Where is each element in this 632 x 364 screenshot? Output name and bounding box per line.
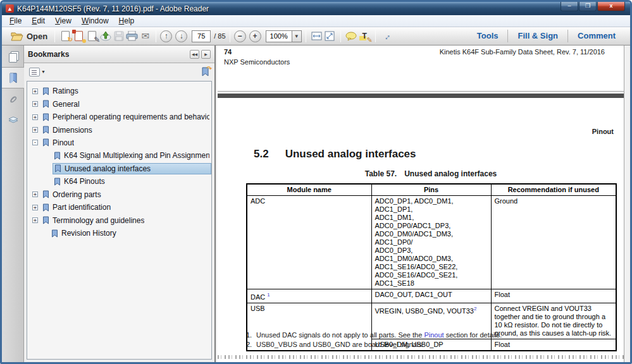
- expand-toggle-icon[interactable]: +: [32, 205, 38, 210]
- bookmark-item-pinout[interactable]: - Pinout: [27, 136, 211, 149]
- comment-tab[interactable]: Comment: [567, 30, 625, 42]
- chapter-label: Pinout: [592, 128, 614, 135]
- bookmark-arrow-icon: ↷: [207, 65, 212, 72]
- bookmark-icon: [42, 203, 49, 212]
- bookmark-item-dimensions[interactable]: + Dimensions: [27, 123, 211, 136]
- save-icon[interactable]: [112, 30, 125, 42]
- bookmarks-options-menu[interactable]: ▼: [29, 68, 46, 76]
- bookmark-item-peripheral[interactable]: + Peripheral operating requirements and …: [27, 111, 211, 123]
- menu-view[interactable]: View: [50, 15, 77, 27]
- layers-tab[interactable]: [2, 110, 24, 131]
- expand-toggle-icon[interactable]: +: [32, 127, 38, 133]
- bookmark-icon: [54, 164, 61, 173]
- column-header-pins: Pins: [371, 184, 491, 196]
- bookmark-icon: [42, 126, 49, 134]
- table-footnotes: 1. Unused DAC signals do not apply to al…: [246, 331, 615, 349]
- bookmarks-options-bar: ▼ ↷: [24, 63, 214, 80]
- bookmark-item-ratings[interactable]: + Ratings: [27, 85, 211, 97]
- comment-bubble-icon[interactable]: [345, 30, 358, 42]
- toolbar-right-tabs: Tools Fill & Sign Comment: [468, 27, 625, 45]
- expand-toggle-icon[interactable]: +: [32, 101, 38, 107]
- fill-sign-tab[interactable]: Fill & Sign: [507, 30, 567, 42]
- minimize-button[interactable]: –: [561, 2, 578, 11]
- print-icon[interactable]: [125, 30, 139, 42]
- expand-toggle-icon[interactable]: +: [32, 217, 38, 223]
- running-header: Kinetis K64F Sub-Family Data Sheet, Rev.…: [440, 48, 605, 56]
- close-button[interactable]: x: [597, 2, 625, 11]
- table-header-row: Module name Pins Recommendation if unuse…: [247, 184, 616, 196]
- collapse-panel-icon[interactable]: ◀◀: [190, 50, 199, 59]
- maximize-button[interactable]: ❒: [579, 2, 597, 11]
- pinout-section-link[interactable]: Pinout: [424, 331, 443, 339]
- expand-toggle-icon[interactable]: +: [32, 114, 38, 120]
- table-caption-label: Table 57.: [365, 169, 397, 178]
- zoom-out-button[interactable]: −: [234, 30, 246, 42]
- cell-adc-pins: ADC0_DP1, ADC0_DM1, ADC1_DP1, ADC1_DM1, …: [371, 196, 491, 289]
- unused-analog-interfaces-table: Module name Pins Recommendation if unuse…: [246, 183, 617, 351]
- zoom-dropdown-arrow-icon[interactable]: ▼: [292, 31, 301, 42]
- fit-width-icon[interactable]: [310, 30, 323, 42]
- fullscreen-icon[interactable]: ↔: [377, 27, 395, 46]
- adobe-reader-window: ▲ K64P144M120SF5 (Rev. 7, 11 2016).pdf -…: [0, 0, 632, 364]
- title-bar[interactable]: ▲ K64P144M120SF5 (Rev. 7, 11 2016).pdf -…: [2, 2, 630, 15]
- footnote-ref-1[interactable]: 1: [267, 292, 270, 298]
- bookmarks-tab[interactable]: [2, 67, 24, 88]
- zoom-level-control: 100% ▼: [266, 30, 302, 42]
- goto-current-bookmark-button[interactable]: ↷: [201, 67, 209, 76]
- menu-file[interactable]: File: [4, 15, 27, 27]
- table-row-dac: DAC 1 DAC0_OUT, DAC1_OUT Float: [247, 289, 616, 303]
- tools-tab[interactable]: Tools: [468, 30, 508, 42]
- menu-bar: File Edit View Window Help: [2, 15, 630, 27]
- toolbar-separator: [306, 30, 306, 42]
- page-number-input[interactable]: [192, 30, 211, 42]
- cell-dac-pins: DAC0_OUT, DAC1_OUT: [371, 289, 491, 303]
- open-folder-icon: [10, 30, 23, 42]
- expand-toggle-icon[interactable]: +: [32, 191, 38, 197]
- collapse-toggle-icon[interactable]: -: [32, 140, 38, 145]
- footnote-ref-2[interactable]: 2: [474, 306, 476, 312]
- toolbar-separator: [375, 30, 376, 42]
- open-button[interactable]: Open: [7, 28, 51, 44]
- document-right-margin: [624, 46, 630, 362]
- menu-edit[interactable]: Edit: [27, 15, 50, 27]
- fit-page-icon[interactable]: [323, 30, 337, 42]
- window-title: K64P144M120SF5 (Rev. 7, 11 2016).pdf - A…: [17, 4, 209, 13]
- bookmark-item-ordering-parts[interactable]: + Ordering parts: [27, 188, 211, 201]
- export-pdf-icon[interactable]: ↻: [59, 30, 72, 42]
- create-pdf-icon[interactable]: [72, 30, 85, 42]
- next-page-button[interactable]: ↓: [175, 30, 187, 42]
- bookmark-item-unused-analog-interfaces[interactable]: Unused analog interfaces: [27, 162, 211, 175]
- share-upload-icon[interactable]: [99, 30, 112, 42]
- toolbar-separator: [340, 30, 341, 42]
- page-separator-band: [218, 94, 624, 98]
- bookmark-icon: [42, 87, 49, 95]
- section-number: 5.2: [254, 148, 269, 160]
- page-thumbnails-tab[interactable]: [2, 46, 24, 67]
- previous-page-footer: 74 Kinetis K64F Sub-Family Data Sheet, R…: [224, 48, 605, 66]
- previous-page-button[interactable]: ↑: [160, 30, 172, 42]
- email-icon[interactable]: ✉: [139, 30, 152, 42]
- table-row-adc: ADC ADC0_DP1, ADC0_DM1, ADC1_DP1, ADC1_D…: [247, 196, 616, 289]
- expand-toggle-icon[interactable]: +: [32, 88, 38, 94]
- window-controls: – ❒ x: [561, 2, 625, 11]
- menu-window[interactable]: Window: [77, 15, 114, 27]
- bookmark-item-general[interactable]: + General: [27, 97, 211, 110]
- bookmark-item-part-identification[interactable]: + Part identification: [27, 201, 211, 214]
- footnote-2: 2. USB0_VBUS and USB0_GND are board leve…: [246, 340, 615, 349]
- bookmark-item-k64-pinouts[interactable]: K64 Pinouts: [27, 175, 211, 188]
- table-caption-text: Unused analog interfaces: [404, 169, 497, 178]
- attachments-tab[interactable]: [2, 88, 24, 110]
- bookmark-icon: [42, 138, 49, 147]
- zoom-in-button[interactable]: +: [249, 30, 261, 42]
- bookmark-item-revision-history[interactable]: Revision History: [27, 227, 211, 240]
- expand-panel-icon[interactable]: ▶: [201, 50, 211, 59]
- menu-help[interactable]: Help: [114, 15, 140, 27]
- document-view[interactable]: 74 Kinetis K64F Sub-Family Data Sheet, R…: [217, 46, 630, 362]
- bookmark-item-terminology[interactable]: + Terminology and guidelines: [27, 214, 211, 226]
- highlight-text-icon[interactable]: T ✎: [358, 30, 371, 42]
- zoom-level-value[interactable]: 100%: [266, 32, 292, 40]
- options-caret-icon: ▼: [41, 70, 46, 74]
- section-title: Unused analog interfaces: [285, 148, 416, 160]
- sign-document-icon[interactable]: ✎: [85, 30, 99, 42]
- bookmark-item-k64-signal-multiplexing[interactable]: K64 Signal Multiplexing and Pin Assignme…: [27, 149, 211, 162]
